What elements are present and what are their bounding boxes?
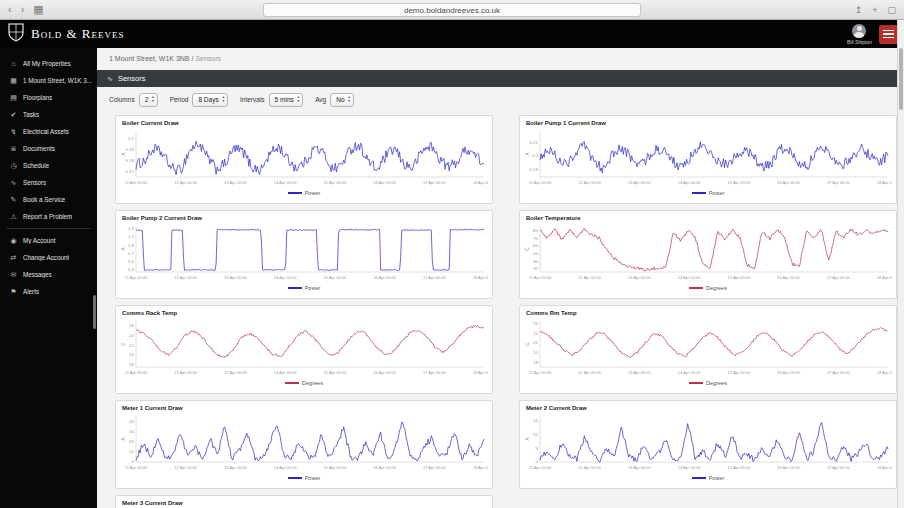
control-group-avg: AvgNo▲▼ bbox=[315, 93, 354, 107]
floorplan-icon: ▤ bbox=[9, 94, 18, 102]
chart-plot-comms-rm-temp[interactable]: 262422201811 Apr 00:0012 Apr 00:0013 Apr… bbox=[524, 318, 892, 381]
sidebar-scrollbar-thumb[interactable] bbox=[93, 295, 96, 329]
chart-plot-boiler-pump-1-current-draw[interactable]: 0.220.20.1811 Apr 00:0012 Apr 00:0013 Ap… bbox=[524, 128, 892, 191]
svg-text:C: C bbox=[525, 247, 530, 251]
svg-text:C: C bbox=[121, 342, 126, 346]
svg-text:12 Apr 00:00: 12 Apr 00:00 bbox=[174, 370, 197, 375]
sidebar-item-1-mount-street-w1k-3[interactable]: ▦1 Mount Street, W1K 3... bbox=[0, 72, 97, 89]
sidebar-item-my-account[interactable]: ◉My Account bbox=[0, 232, 97, 249]
page-scrollbar-thumb[interactable] bbox=[899, 48, 903, 110]
control-label: Avg bbox=[315, 96, 326, 103]
svg-text:13 Apr 00:00: 13 Apr 00:00 bbox=[224, 180, 247, 185]
control-intervals-select[interactable]: 5 mins▲▼ bbox=[269, 93, 304, 107]
svg-text:16 Apr 00:00: 16 Apr 00:00 bbox=[777, 465, 800, 470]
select-stepper-icon: ▲▼ bbox=[297, 96, 300, 103]
control-columns-select[interactable]: 2▲▼ bbox=[139, 93, 158, 107]
sidebar-item-messages[interactable]: ✉Messages bbox=[0, 266, 97, 283]
svg-text:18 Apr 00:00: 18 Apr 00:00 bbox=[877, 370, 892, 375]
hamburger-icon bbox=[883, 30, 894, 32]
sidebar-item-label: My Account bbox=[23, 237, 56, 244]
legend-swatch bbox=[288, 477, 302, 479]
svg-text:16 Apr 00:00: 16 Apr 00:00 bbox=[373, 370, 396, 375]
legend-swatch bbox=[285, 382, 299, 384]
brand[interactable]: Bold & Reeves bbox=[8, 23, 124, 46]
user-area: Bill Shipton bbox=[847, 24, 898, 45]
sidebar-item-floorplans[interactable]: ▤Floorplans bbox=[0, 89, 97, 106]
sidebar-item-label: Book a Service bbox=[23, 196, 65, 203]
svg-text:12 Apr 00:00: 12 Apr 00:00 bbox=[578, 275, 601, 280]
sidebar-item-all-my-properties[interactable]: ⌂All My Properties bbox=[0, 55, 97, 72]
page-scrollbar[interactable] bbox=[897, 20, 904, 508]
chart-plot-boiler-temperature[interactable]: 80706050403011 Apr 00:0012 Apr 00:0013 A… bbox=[524, 223, 892, 286]
chart-plot-boiler-current-draw[interactable]: 0.20.190.180.1711 Apr 00:0012 Apr 00:001… bbox=[120, 128, 488, 191]
sidebar-item-tasks[interactable]: ✔Tasks bbox=[0, 106, 97, 123]
svg-text:0.2: 0.2 bbox=[128, 136, 135, 141]
chart-panel-boiler-pump-1-current-draw: Boiler Pump 1 Current Draw0.220.20.1811 … bbox=[519, 115, 897, 204]
legend-swatch bbox=[692, 477, 706, 479]
forward-icon[interactable]: › bbox=[21, 4, 25, 15]
svg-text:13 Apr 00:00: 13 Apr 00:00 bbox=[628, 370, 651, 375]
selected-value: No bbox=[336, 96, 344, 103]
control-period-select[interactable]: 8 Days▲▼ bbox=[192, 93, 228, 107]
control-label: Intervals bbox=[240, 96, 265, 103]
control-avg-select[interactable]: No▲▼ bbox=[330, 93, 354, 107]
svg-text:14 Apr 00:00: 14 Apr 00:00 bbox=[274, 370, 297, 375]
sidebar-item-documents[interactable]: ≣Documents bbox=[0, 140, 97, 157]
sidebar-item-book-a-service[interactable]: ✎Book a Service bbox=[0, 191, 97, 208]
sidebar-item-report-a-problem[interactable]: ⚠Report a Problem bbox=[0, 208, 97, 225]
chart-plot-comms-rack-temp[interactable]: 262422201811 Apr 00:0012 Apr 00:0013 Apr… bbox=[120, 318, 488, 381]
chart-plot-meter-1-current-draw[interactable]: 40302010011 Apr 00:0012 Apr 00:0013 Apr … bbox=[120, 413, 488, 476]
svg-text:16 Apr 00:00: 16 Apr 00:00 bbox=[373, 275, 396, 280]
sidebar-item-label: Tasks bbox=[23, 111, 39, 118]
share-icon[interactable]: ↥ bbox=[855, 5, 863, 15]
svg-text:17 Apr 00:00: 17 Apr 00:00 bbox=[423, 465, 446, 470]
user-block[interactable]: Bill Shipton bbox=[847, 24, 872, 45]
chart-plot-meter-2-current-draw[interactable]: 15105011 Apr 00:0012 Apr 00:0013 Apr 00:… bbox=[524, 413, 892, 476]
switch-icon: ⇄ bbox=[9, 254, 18, 262]
tab-overview-icon[interactable]: ▢ bbox=[887, 5, 896, 15]
chart-panel-meter-2-current-draw: Meter 2 Current Draw15105011 Apr 00:0012… bbox=[519, 400, 897, 489]
svg-text:13 Apr 00:00: 13 Apr 00:00 bbox=[224, 465, 247, 470]
sidebar-item-sensors[interactable]: ∿Sensors bbox=[0, 174, 97, 191]
svg-text:0.18: 0.18 bbox=[125, 158, 134, 163]
svg-text:40: 40 bbox=[533, 259, 538, 264]
sidebar-item-label: Schedule bbox=[23, 162, 49, 169]
new-tab-icon[interactable]: + bbox=[872, 5, 877, 15]
sidebar-item-alerts[interactable]: ⚑Alerts bbox=[0, 283, 97, 300]
address-bar[interactable]: demo.boldandreeves.co.uk bbox=[263, 3, 641, 17]
sidebar-item-change-account[interactable]: ⇄Change Account bbox=[0, 249, 97, 266]
chart-plot-boiler-pump-2-current-draw[interactable]: 1.31.10.90.70.50.311 Apr 00:0012 Apr 00:… bbox=[120, 223, 488, 286]
main-content: 1 Mount Street, W1K 3NB / Sensors ∿ Sens… bbox=[97, 48, 904, 508]
sidebar-item-schedule[interactable]: ◷Schedule bbox=[0, 157, 97, 174]
svg-text:20: 20 bbox=[533, 350, 538, 355]
app-header: Bold & Reeves Bill Shipton bbox=[0, 20, 904, 48]
sidebar-item-electrical-assets[interactable]: ↯Electrical Assets bbox=[0, 123, 97, 140]
svg-text:11 Apr 00:00: 11 Apr 00:00 bbox=[529, 370, 552, 375]
breadcrumb-path[interactable]: 1 Mount Street, W1K 3NB / bbox=[109, 55, 193, 62]
menu-button[interactable] bbox=[879, 25, 898, 44]
svg-text:17 Apr 00:00: 17 Apr 00:00 bbox=[827, 465, 850, 470]
sidebar-item-label: Report a Problem bbox=[23, 213, 72, 220]
legend-label: Degrees bbox=[706, 285, 727, 291]
svg-text:11 Apr 00:00: 11 Apr 00:00 bbox=[529, 275, 552, 280]
svg-text:11 Apr 00:00: 11 Apr 00:00 bbox=[529, 180, 552, 185]
selected-value: 2 bbox=[145, 96, 149, 103]
svg-text:24: 24 bbox=[533, 331, 538, 336]
address-url: demo.boldandreeves.co.uk bbox=[404, 6, 500, 15]
screen: ‹ › ▦ demo.boldandreeves.co.uk ↥ + ▢ Bol… bbox=[0, 0, 904, 508]
back-icon[interactable]: ‹ bbox=[8, 4, 12, 15]
chart-legend: Degrees bbox=[120, 380, 488, 386]
controls-bar: Columns2▲▼Period8 Days▲▼Intervals5 mins▲… bbox=[97, 87, 904, 112]
sidebar-item-label: Sensors bbox=[23, 179, 46, 186]
legend-label: Power bbox=[305, 475, 321, 481]
legend-swatch bbox=[288, 192, 302, 194]
svg-text:12 Apr 00:00: 12 Apr 00:00 bbox=[174, 180, 197, 185]
legend-swatch bbox=[689, 287, 703, 289]
control-group-columns: Columns2▲▼ bbox=[109, 93, 158, 107]
sidebar-toggle-icon[interactable]: ▦ bbox=[33, 4, 43, 15]
svg-text:24: 24 bbox=[129, 333, 134, 338]
svg-text:16 Apr 00:00: 16 Apr 00:00 bbox=[777, 180, 800, 185]
section-title: Sensors bbox=[118, 74, 146, 83]
svg-text:17 Apr 00:00: 17 Apr 00:00 bbox=[827, 180, 850, 185]
svg-text:40: 40 bbox=[129, 419, 134, 424]
